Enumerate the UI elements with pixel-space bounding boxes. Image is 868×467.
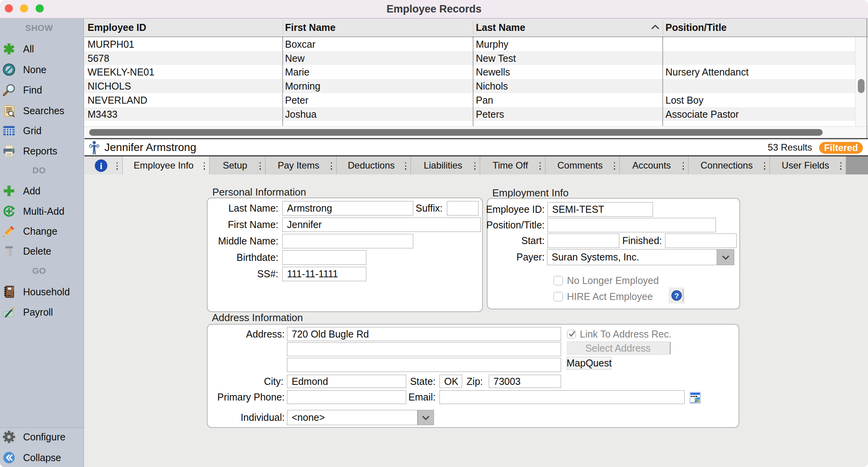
svg-text:?: ? xyxy=(674,292,679,300)
svg-text:i: i xyxy=(100,161,102,171)
